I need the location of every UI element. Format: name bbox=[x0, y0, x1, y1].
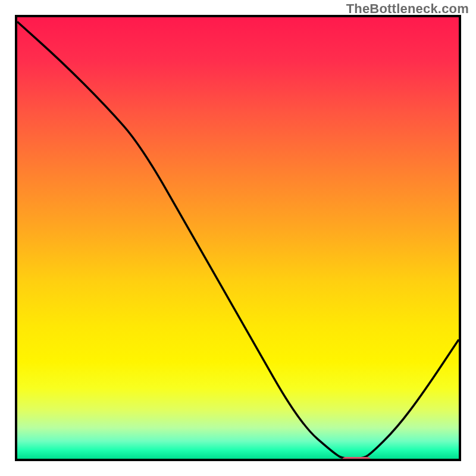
optimal-marker bbox=[342, 457, 371, 461]
chart-container: TheBottleneck.com bbox=[0, 0, 476, 476]
plot-area bbox=[15, 15, 461, 461]
bottleneck-curve bbox=[17, 21, 459, 459]
curve-svg bbox=[17, 17, 459, 459]
